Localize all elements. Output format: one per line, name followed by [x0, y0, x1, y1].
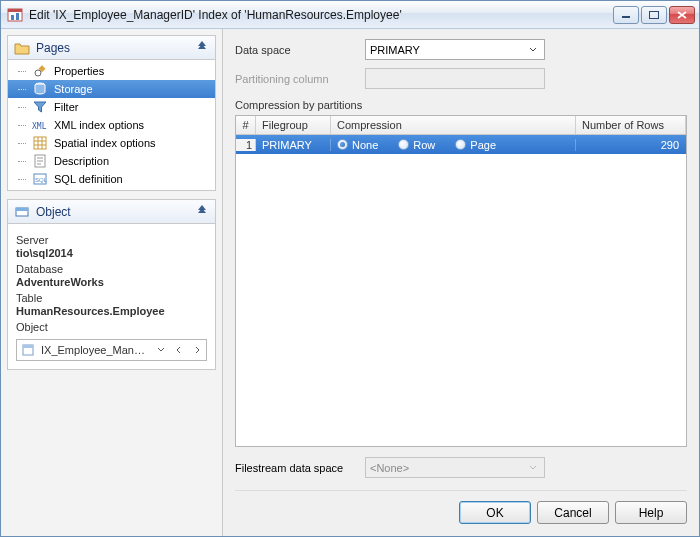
- svg-rect-3: [650, 11, 659, 18]
- svg-rect-13: [16, 208, 28, 211]
- page-item-properties[interactable]: Properties: [8, 62, 215, 80]
- data-space-value: PRIMARY: [370, 44, 522, 56]
- storage-icon: [32, 81, 48, 97]
- object-selector-text: IX_Employee_ManagerID: [41, 344, 150, 356]
- properties-icon: [32, 63, 48, 79]
- server-value: tio\sql2014: [16, 247, 207, 259]
- xml-icon: XML: [32, 117, 48, 133]
- server-label: Server: [16, 234, 207, 246]
- database-value: AdventureWorks: [16, 276, 207, 288]
- object-panel-title: Object: [36, 205, 195, 219]
- svg-text:SQL: SQL: [35, 177, 48, 183]
- partition-col-combo: [365, 68, 545, 89]
- app-icon: [7, 7, 23, 23]
- object-panel: Object Server tio\sql2014 Database Adven…: [7, 199, 216, 370]
- svg-text:XML: XML: [32, 122, 47, 131]
- page-item-label: Storage: [54, 83, 93, 95]
- table-label: Table: [16, 292, 207, 304]
- chevron-down-icon: [526, 464, 540, 472]
- table-header: # Filegroup Compression Number of Rows: [236, 116, 686, 135]
- compression-row-radio[interactable]: Row: [398, 139, 435, 151]
- filestream-label: Filestream data space: [235, 462, 365, 474]
- chevron-down-icon: [526, 46, 540, 54]
- col-num[interactable]: #: [236, 116, 256, 134]
- window-title: Edit 'IX_Employee_ManagerID' Index of 'H…: [29, 8, 613, 22]
- cell-compression: None Row Page: [331, 139, 576, 151]
- index-icon: [21, 342, 37, 358]
- minimize-button[interactable]: [613, 6, 639, 24]
- page-item-spatial[interactable]: Spatial index options: [8, 134, 215, 152]
- svg-rect-5: [38, 65, 45, 72]
- col-rows[interactable]: Number of Rows: [576, 116, 686, 134]
- object-panel-header[interactable]: Object: [8, 200, 215, 224]
- svg-rect-2: [622, 16, 630, 18]
- ok-button[interactable]: OK: [459, 501, 531, 524]
- sql-icon: SQL: [32, 171, 48, 187]
- pages-panel: Pages Properties Storage Filter: [7, 35, 216, 191]
- cell-num: 1: [236, 139, 256, 151]
- pages-list: Properties Storage Filter XML XML index …: [8, 60, 215, 190]
- title-bar: Edit 'IX_Employee_ManagerID' Index of 'H…: [1, 1, 699, 29]
- data-space-label: Data space: [235, 44, 365, 56]
- filter-icon: [32, 99, 48, 115]
- page-item-xml[interactable]: XML XML index options: [8, 116, 215, 134]
- object-label: Object: [16, 321, 207, 333]
- help-button[interactable]: Help: [615, 501, 687, 524]
- table-row[interactable]: 1 PRIMARY None Row Page 290: [236, 135, 686, 154]
- page-item-label: Filter: [54, 101, 78, 113]
- table-value: HumanResources.Employee: [16, 305, 207, 317]
- pages-panel-title: Pages: [36, 41, 195, 55]
- partition-col-label: Partitioning column: [235, 73, 365, 85]
- folder-icon: [14, 40, 30, 56]
- prev-button[interactable]: [172, 342, 186, 358]
- close-button[interactable]: [669, 6, 695, 24]
- page-item-description[interactable]: Description: [8, 152, 215, 170]
- collapse-icon: [195, 205, 209, 219]
- page-item-sql[interactable]: SQL SQL definition: [8, 170, 215, 188]
- compression-table: # Filegroup Compression Number of Rows 1…: [235, 115, 687, 447]
- page-item-label: XML index options: [54, 119, 144, 131]
- page-item-label: Spatial index options: [54, 137, 156, 149]
- cell-filegroup: PRIMARY: [256, 139, 331, 151]
- database-label: Database: [16, 263, 207, 275]
- page-item-filter[interactable]: Filter: [8, 98, 215, 116]
- radio-label: Row: [413, 139, 435, 151]
- object-icon: [14, 204, 30, 220]
- next-button[interactable]: [190, 342, 204, 358]
- data-space-combo[interactable]: PRIMARY: [365, 39, 545, 60]
- filestream-combo: <None>: [365, 457, 545, 478]
- cell-rows: 290: [576, 139, 686, 151]
- filestream-value: <None>: [370, 462, 522, 474]
- col-filegroup[interactable]: Filegroup: [256, 116, 331, 134]
- object-selector[interactable]: IX_Employee_ManagerID: [16, 339, 207, 361]
- cancel-button[interactable]: Cancel: [537, 501, 609, 524]
- svg-rect-15: [23, 345, 33, 348]
- page-item-storage[interactable]: Storage: [8, 80, 215, 98]
- collapse-icon: [195, 41, 209, 55]
- svg-point-4: [35, 70, 41, 76]
- spatial-icon: [32, 135, 48, 151]
- compression-page-radio[interactable]: Page: [455, 139, 496, 151]
- pages-panel-header[interactable]: Pages: [8, 36, 215, 60]
- svg-rect-8: [34, 137, 46, 149]
- page-item-label: SQL definition: [54, 173, 123, 185]
- description-icon: [32, 153, 48, 169]
- page-item-label: Properties: [54, 65, 104, 77]
- dropdown-button[interactable]: [154, 342, 168, 358]
- page-item-label: Description: [54, 155, 109, 167]
- compression-title: Compression by partitions: [235, 99, 687, 111]
- radio-label: None: [352, 139, 378, 151]
- svg-rect-1: [8, 9, 22, 12]
- radio-label: Page: [470, 139, 496, 151]
- col-compression[interactable]: Compression: [331, 116, 576, 134]
- maximize-button[interactable]: [641, 6, 667, 24]
- compression-none-radio[interactable]: None: [337, 139, 378, 151]
